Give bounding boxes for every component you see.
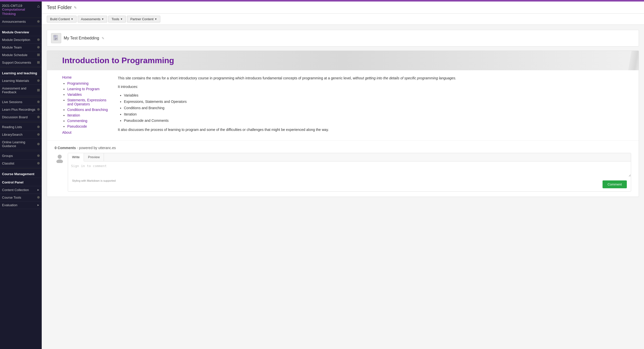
comment-tabs: Write Preview [68, 153, 631, 161]
svg-point-6 [56, 159, 63, 163]
item-header: My Test Embedding ✎ [47, 30, 639, 46]
content-body: My Test Embedding ✎ Introduction to Prog… [42, 25, 644, 202]
sidebar-divider [0, 151, 42, 151]
list-item: Variables [124, 93, 631, 98]
nav-link-learning-to-program[interactable]: Learning to Program [67, 87, 100, 91]
sidebar-indicator [37, 108, 40, 111]
sidebar-indicator [37, 143, 40, 145]
list-item: Pseudocode and Comments [124, 118, 631, 123]
nav-link-programming[interactable]: Programming [67, 81, 88, 85]
sidebar-divider [0, 67, 42, 68]
sidebar-item-support-documents[interactable]: Support Documents [0, 59, 42, 66]
list-item: Learning to Program [67, 87, 110, 91]
nav-link-statements[interactable]: Statements, Expressions and Operators [67, 98, 106, 106]
nav-link-pseudocode[interactable]: Pseudocode [67, 124, 87, 128]
list-item: Statements, Expressions and Operators [67, 98, 110, 106]
sidebar-item-assessment-feedback[interactable]: Assessment and Feedback [0, 85, 42, 96]
description-para2: It also discusses the process of learnin… [118, 127, 631, 132]
sidebar-item-module-description[interactable]: Module Description [0, 36, 42, 44]
tools-label: Tools [112, 17, 119, 21]
utterance-area: Write Preview Styling with Markdown is s… [55, 153, 631, 192]
sidebar-indicator [37, 133, 40, 136]
nav-link-variables[interactable]: Variables [67, 92, 82, 97]
page-title: Test Folder [47, 5, 72, 10]
sidebar-item-label: LibrarySearch [2, 133, 23, 136]
nav-link-conditions[interactable]: Conditions and Branching [67, 108, 108, 112]
sidebar-indicator [37, 54, 40, 56]
assessments-label: Assessments [81, 17, 100, 21]
intro-title-bar: Introduction to Programming [47, 51, 639, 70]
partner-content-label: Partner Content [130, 17, 153, 21]
nav-link-commenting[interactable]: Commenting [67, 119, 87, 123]
sidebar-item-label: Groups [2, 154, 13, 158]
sidebar: ⌂ 20/21-CMT119 Computational Thinking An… [0, 2, 42, 349]
comments-header: 0 Comments - powered by utteranc.es [55, 146, 631, 150]
list-item: Iteration [124, 112, 631, 117]
sidebar-item-classlist[interactable]: Classlist [0, 160, 42, 167]
course-name[interactable]: Computational Thinking [2, 8, 40, 16]
comment-input[interactable] [68, 161, 631, 177]
list-item: Iteration [67, 113, 110, 117]
submit-comment-button[interactable]: Comment [603, 180, 627, 188]
sidebar-section-label: Learning and teaching [2, 71, 37, 75]
sidebar-item-learn-plus-recordings[interactable]: Learn Plus Recordings [0, 106, 42, 113]
sidebar-section-label: Course Management [2, 172, 34, 176]
intro-title: Introduction to Programming [62, 56, 631, 65]
nav-link-iteration[interactable]: Iteration [67, 113, 80, 117]
sidebar-item-label: Module Schedule [2, 53, 27, 57]
sidebar-indicator [37, 38, 40, 41]
sidebar-indicator [37, 61, 40, 64]
sidebar-item-learning-materials[interactable]: Learning Materials [0, 77, 42, 85]
nav-about-link[interactable]: About [62, 130, 110, 134]
assessments-button[interactable]: Assessments ▼ [78, 16, 107, 22]
build-content-label: Build Content [50, 17, 70, 21]
comment-box: Write Preview Styling with Markdown is s… [68, 153, 631, 192]
partner-content-button[interactable]: Partner Content ▼ [127, 16, 160, 22]
sidebar-item-label: Support Documents [2, 61, 31, 64]
description-para1: This site contains the notes for a short… [118, 75, 631, 81]
sidebar-indicator [37, 162, 40, 165]
sidebar-item-reading-lists[interactable]: Reading Lists [0, 123, 42, 131]
sidebar-indicator [37, 79, 40, 82]
comments-count: 0 Comments [55, 146, 76, 150]
sidebar-indicator [37, 46, 40, 49]
tab-write[interactable]: Write [68, 153, 84, 161]
sidebar-divider [0, 27, 42, 27]
home-icon[interactable]: ⌂ [37, 4, 40, 9]
sidebar-section-control-panel: Control Panel [0, 178, 42, 186]
svg-point-5 [58, 155, 62, 159]
italic-text: without getting into the details of spec… [353, 76, 456, 80]
sidebar-item-label: Reading Lists [2, 125, 22, 129]
content-header: Test Folder ✎ [42, 2, 644, 14]
sidebar-item-online-learning[interactable]: Online Learning Guidance [0, 138, 42, 150]
introduces-label: It introduces: [118, 84, 631, 89]
sidebar-item-evaluation[interactable]: Evaluation ► [0, 201, 42, 209]
tab-preview[interactable]: Preview [84, 153, 104, 161]
sidebar-item-library-search[interactable]: LibrarySearch [0, 131, 42, 138]
sidebar-item-discussion-board[interactable]: Discussion Board [0, 113, 42, 121]
sidebar-item-label: Learning Materials [2, 79, 29, 83]
sidebar-item-course-tools[interactable]: Course Tools [0, 194, 42, 201]
toolbar: Build Content ▼ Assessments ▼ Tools ▼ Pa… [42, 14, 644, 25]
sidebar-indicator [37, 154, 40, 157]
nav-column: Home Programming Learning to Program Var… [62, 75, 118, 135]
build-content-button[interactable]: Build Content ▼ [47, 16, 77, 22]
sidebar-item-label: Content Collection [2, 188, 29, 192]
item-title: My Test Embedding [64, 36, 99, 40]
sidebar-divider [0, 97, 42, 97]
sidebar-item-groups[interactable]: Groups [0, 152, 42, 160]
nav-home-link[interactable]: Home [62, 75, 110, 79]
tools-button[interactable]: Tools ▼ [108, 16, 126, 22]
document-icon [51, 33, 61, 43]
embedded-frame: Introduction to Programming Home Program… [47, 51, 639, 197]
sidebar-item-announcements[interactable]: Announcements [0, 18, 42, 26]
sidebar-item-live-sessions[interactable]: Live Sessions [0, 98, 42, 106]
sidebar-divider [0, 168, 42, 169]
sidebar-item-module-team[interactable]: Module Team [0, 44, 42, 51]
list-item: Programming [67, 81, 110, 85]
sidebar-item-label: Module Team [2, 45, 22, 49]
svg-rect-1 [54, 35, 56, 37]
sidebar-item-label: Module Description [2, 38, 30, 42]
sidebar-item-content-collection[interactable]: Content Collection ► [0, 186, 42, 194]
sidebar-item-module-schedule[interactable]: Module Schedule [0, 51, 42, 59]
